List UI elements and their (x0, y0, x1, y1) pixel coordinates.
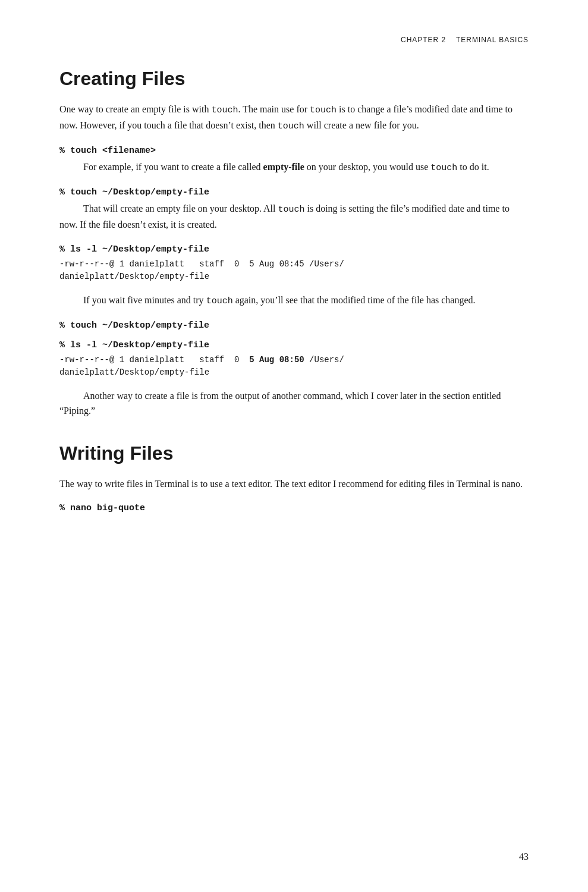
cmd3-output: -rw-r--r--@ 1 danielplatt staff 0 5 Aug … (59, 258, 529, 283)
cmd5-prompt: % (59, 340, 70, 350)
cmd4-line: % touch ~/Desktop/empty-file (59, 321, 529, 331)
cmd-nano-text: nano big-quote (70, 503, 145, 513)
command-ls-desktop: % ls -l ~/Desktop/empty-file -rw-r--r--@… (59, 244, 529, 283)
page-number: 43 (519, 852, 529, 862)
section1-intro: One way to create an empty file is with … (59, 102, 529, 134)
section1-example3: If you wait five minutes and try touch a… (59, 293, 529, 309)
cmd1-line: % touch <filename> (59, 146, 529, 156)
cmd5-line: % ls -l ~/Desktop/empty-file (59, 340, 529, 350)
bold-timestamp: 5 Aug 08:50 (249, 355, 304, 365)
chapter-header: CHAPTER 2 TERMINAL BASICS (59, 36, 529, 44)
chapter-title: TERMINAL BASICS (456, 36, 529, 44)
section2-title: Writing Files (59, 442, 529, 464)
command-touch-filename: % touch <filename> (59, 146, 529, 156)
cmd2-text: touch ~/Desktop/empty-file (70, 187, 209, 197)
section2-intro: The way to write files in Terminal is to… (59, 476, 529, 492)
cmd2-prompt: % (59, 187, 70, 197)
cmd3-text: ls -l ~/Desktop/empty-file (70, 244, 209, 255)
section1-example1: For example, if you want to create a fil… (59, 159, 529, 175)
section1-title: Creating Files (59, 68, 529, 90)
cmd4-text: touch ~/Desktop/empty-file (70, 321, 209, 331)
cmd5-output: -rw-r--r--@ 1 danielplatt staff 0 5 Aug … (59, 354, 529, 379)
chapter-label: CHAPTER 2 (401, 36, 446, 44)
cmd-nano-line: % nano big-quote (59, 503, 529, 513)
cmd3-prompt: % (59, 244, 70, 255)
command-touch-desktop: % touch ~/Desktop/empty-file (59, 187, 529, 197)
cmd1-prompt: % (59, 146, 70, 156)
cmd3-line: % ls -l ~/Desktop/empty-file (59, 244, 529, 255)
cmd4-prompt: % (59, 321, 70, 331)
cmd1-text: touch <filename> (70, 146, 156, 156)
command-touch-desktop2: % touch ~/Desktop/empty-file % ls -l ~/D… (59, 321, 529, 379)
bold-empty-file: empty-file (263, 162, 304, 172)
section1-example4: Another way to create a file is from the… (59, 388, 529, 419)
cmd2-line: % touch ~/Desktop/empty-file (59, 187, 529, 197)
page: CHAPTER 2 TERMINAL BASICS Creating Files… (0, 0, 588, 892)
command-nano: % nano big-quote (59, 503, 529, 513)
cmd-nano-prompt: % (59, 503, 70, 513)
section1-example2: That will create an empty file on your d… (59, 201, 529, 233)
cmd5-text: ls -l ~/Desktop/empty-file (70, 340, 209, 350)
